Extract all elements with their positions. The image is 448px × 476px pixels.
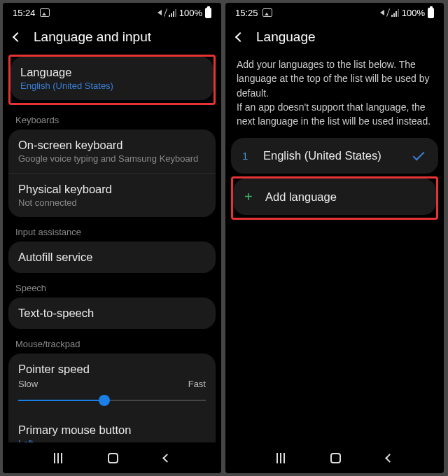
- mute-icon: [158, 8, 166, 17]
- back-icon[interactable]: [13, 32, 22, 42]
- item-sublabel: Not connected: [18, 197, 206, 208]
- item-label: Pointer speed: [18, 363, 206, 376]
- screenshot-icon: [262, 8, 272, 17]
- slider-knob[interactable]: [99, 395, 110, 406]
- item-sublabel: Google voice typing and Samsung Keyboard: [18, 153, 206, 164]
- section-mouse-trackpad: Mouse/trackpad: [8, 332, 216, 354]
- section-keyboards: Keyboards: [8, 108, 216, 130]
- section-speech: Speech: [8, 276, 216, 298]
- autofill-item[interactable]: Autofill service: [8, 241, 216, 273]
- status-bar: 15:24 100%: [3, 3, 221, 22]
- back-icon[interactable]: [235, 32, 245, 42]
- description-line: If an app doesn't support that language,…: [237, 102, 430, 127]
- item-label: Text-to-speech: [18, 307, 206, 320]
- mute-icon: [380, 8, 388, 17]
- nav-bar: [3, 442, 221, 473]
- highlight-language-item: Language English (United States): [8, 55, 216, 105]
- battery-icon: [205, 8, 211, 18]
- nav-recent-icon[interactable]: [276, 453, 285, 463]
- plus-icon: +: [244, 190, 253, 204]
- description-line: Add your languages to the list below. Th…: [237, 59, 430, 99]
- battery-percent: 100%: [402, 8, 425, 18]
- nav-home-icon[interactable]: [330, 453, 341, 463]
- nav-recent-icon[interactable]: [54, 453, 62, 463]
- onscreen-keyboard-item[interactable]: On-screen keyboard Google voice typing a…: [8, 130, 216, 173]
- page-title: Language and input: [34, 29, 151, 45]
- signal-icon: [169, 9, 176, 17]
- item-label: Language: [20, 66, 204, 79]
- status-time: 15:25: [235, 8, 258, 18]
- item-sublabel: English (United States): [20, 80, 204, 91]
- phone-language: 15:25 100% Language Add your languages t…: [225, 3, 444, 473]
- page-title: Language: [256, 29, 316, 45]
- description: Add your languages to the list below. Th…: [225, 55, 444, 138]
- item-label: Autofill service: [18, 251, 206, 264]
- language-name: English (United States): [263, 149, 400, 162]
- item-label: Primary mouse button: [18, 424, 206, 437]
- tts-item[interactable]: Text-to-speech: [8, 298, 216, 329]
- item-label: On-screen keyboard: [18, 139, 206, 152]
- slider-max-label: Fast: [188, 379, 206, 389]
- status-time: 15:24: [13, 8, 36, 18]
- physical-keyboard-item[interactable]: Physical keyboard Not connected: [8, 173, 216, 217]
- item-label: Physical keyboard: [18, 183, 206, 196]
- battery-icon: [428, 8, 434, 18]
- check-icon: [413, 148, 425, 160]
- nav-back-icon[interactable]: [162, 454, 172, 463]
- nav-back-icon[interactable]: [385, 454, 394, 463]
- language-row[interactable]: 1 English (United States): [231, 138, 438, 174]
- phone-language-and-input: 15:24 100% Language and input Language E…: [3, 3, 221, 473]
- primary-mouse-item[interactable]: Primary mouse button Left: [8, 414, 216, 442]
- screenshot-icon: [40, 8, 50, 17]
- language-index: 1: [242, 150, 251, 162]
- signal-icon: [391, 9, 399, 17]
- nav-home-icon[interactable]: [108, 453, 118, 463]
- title-bar: Language: [225, 22, 444, 55]
- highlight-add-language: + Add language: [231, 176, 438, 220]
- pointer-speed-slider[interactable]: [18, 391, 206, 410]
- language-item[interactable]: Language English (United States): [10, 57, 214, 100]
- section-input-assistance: Input assistance: [8, 220, 216, 241]
- title-bar: Language and input: [3, 22, 221, 55]
- nav-bar: [225, 442, 444, 473]
- add-language-label: Add language: [265, 190, 425, 204]
- add-language-button[interactable]: + Add language: [233, 178, 436, 215]
- slider-min-label: Slow: [18, 379, 38, 389]
- status-bar: 15:25 100%: [225, 3, 444, 22]
- battery-percent: 100%: [179, 8, 202, 18]
- pointer-speed-item[interactable]: Pointer speed: [8, 354, 216, 379]
